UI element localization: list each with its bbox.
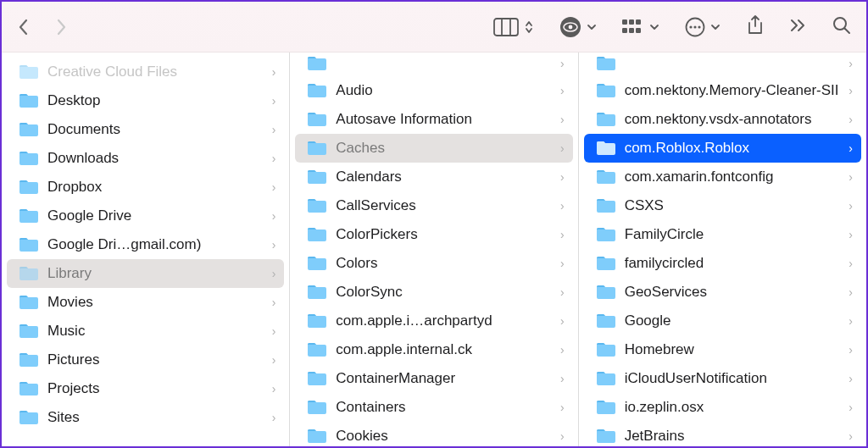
group-by-button[interactable] <box>622 18 659 36</box>
folder-row[interactable]: Google Drive› <box>7 202 284 230</box>
folder-label: CSXS <box>625 197 841 214</box>
folder-row[interactable]: Desktop› <box>7 86 284 115</box>
folder-row[interactable]: Calendars› <box>295 163 572 191</box>
folder-row[interactable]: Dropbox› <box>7 173 284 202</box>
chevron-right-icon: › <box>560 257 565 270</box>
folder-label: com.xamarin.fontconfig <box>625 169 841 185</box>
chevron-right-icon: › <box>560 372 565 385</box>
folder-row[interactable]: ColorSync› <box>295 278 572 307</box>
folder-label: Desktop <box>47 92 264 109</box>
folder-row[interactable]: Autosave Information› <box>295 105 572 134</box>
folder-row[interactable]: JetBrains› <box>584 422 861 446</box>
column-2[interactable]: › com.nektony.Memory-Cleaner-SII› com.ne… <box>579 53 866 446</box>
folder-icon <box>307 197 327 214</box>
folder-row[interactable]: com.nektony.Memory-Cleaner-SII› <box>584 76 861 105</box>
folder-row[interactable]: Colors› <box>295 249 572 278</box>
folder-icon <box>596 169 616 185</box>
folder-row[interactable]: CSXS› <box>584 191 861 220</box>
share-button[interactable] <box>746 14 765 40</box>
chevron-right-icon: › <box>849 257 853 270</box>
more-button[interactable] <box>685 17 721 37</box>
forward-button[interactable] <box>54 17 68 37</box>
folder-row[interactable]: familycircled› <box>584 249 861 278</box>
folder-row[interactable]: Google Dri…gmail.com)› <box>7 230 284 259</box>
folder-row[interactable]: › <box>295 53 572 76</box>
folder-label: ColorSync <box>336 284 552 301</box>
svg-point-15 <box>698 25 700 28</box>
chevron-right-icon: › <box>272 353 276 367</box>
svg-point-13 <box>689 25 692 28</box>
folder-icon <box>19 351 39 368</box>
svg-point-5 <box>569 25 573 29</box>
folder-icon <box>307 284 327 301</box>
folder-label: Downloads <box>47 150 264 167</box>
folder-row[interactable]: Cookies› <box>295 422 572 446</box>
svg-point-14 <box>693 25 696 28</box>
folder-row[interactable]: Documents› <box>7 115 284 144</box>
folder-label: JetBrains <box>625 428 841 445</box>
folder-row[interactable]: iCloudUserNotification› <box>584 364 861 393</box>
folder-icon <box>596 140 616 157</box>
folder-row[interactable]: Caches› <box>295 134 572 163</box>
folder-row[interactable]: FamilyCircle› <box>584 220 861 249</box>
folder-row[interactable]: Google› <box>584 307 861 335</box>
folder-icon <box>307 341 327 358</box>
folder-row[interactable]: ContainerManager› <box>295 364 572 393</box>
search-button[interactable] <box>832 16 851 38</box>
folder-label: Dropbox <box>47 179 264 196</box>
folder-row[interactable]: Library› <box>7 259 284 288</box>
folder-label: Caches <box>336 140 552 157</box>
folder-icon <box>596 55 616 72</box>
folder-row[interactable]: Movies› <box>7 288 284 317</box>
folder-icon <box>19 409 39 426</box>
folder-icon <box>19 92 39 109</box>
folder-row[interactable]: Sites› <box>7 403 284 432</box>
folder-label: Documents <box>47 121 264 138</box>
chevron-right-icon: › <box>560 285 565 299</box>
folder-row[interactable]: Music› <box>7 317 284 346</box>
overflow-button[interactable] <box>790 19 807 36</box>
folder-row[interactable]: com.apple.i…archpartyd› <box>295 307 572 335</box>
folder-row[interactable]: Pictures› <box>7 346 284 374</box>
chevron-right-icon: › <box>849 429 853 443</box>
svg-rect-10 <box>629 28 634 33</box>
folder-row[interactable]: com.Roblox.Roblox› <box>584 134 861 163</box>
folder-row[interactable]: io.zeplin.osx› <box>584 393 861 422</box>
back-button[interactable] <box>17 17 31 37</box>
folder-row[interactable]: com.apple.internal.ck› <box>295 335 572 364</box>
folder-label: iCloudUserNotification <box>625 370 841 387</box>
folder-label: com.apple.internal.ck <box>336 341 552 358</box>
folder-row[interactable]: GeoServices› <box>584 278 861 307</box>
folder-row[interactable]: › <box>584 53 861 76</box>
folder-row[interactable]: Containers› <box>295 393 572 422</box>
chevron-right-icon: › <box>560 141 565 155</box>
folder-row[interactable]: CallServices› <box>295 191 572 220</box>
folder-row[interactable]: ColorPickers› <box>295 220 572 249</box>
folder-row[interactable]: Homebrew› <box>584 335 861 364</box>
folder-icon <box>596 341 616 358</box>
view-mode-button[interactable] <box>493 18 534 36</box>
chevron-right-icon: › <box>849 314 853 328</box>
svg-rect-7 <box>629 19 634 25</box>
folder-label: familycircled <box>625 255 841 272</box>
folder-row[interactable]: com.nektony.vsdx-annotators› <box>584 105 861 134</box>
column-1[interactable]: › Audio› Autosave Information› Caches› C… <box>290 53 578 446</box>
folder-row[interactable]: Audio› <box>295 76 572 105</box>
folder-icon <box>596 111 616 128</box>
folder-icon <box>307 226 327 243</box>
folder-label: Cookies <box>336 428 552 445</box>
folder-row[interactable]: Projects› <box>7 374 284 403</box>
folder-icon <box>19 179 39 196</box>
folder-row[interactable]: Downloads› <box>7 144 284 173</box>
svg-rect-11 <box>636 28 641 33</box>
column-0[interactable]: Creative Cloud Files› Desktop› Documents… <box>2 53 290 446</box>
chevron-right-icon: › <box>560 84 565 97</box>
preview-button[interactable] <box>559 16 597 38</box>
folder-icon <box>19 380 39 397</box>
folder-icon <box>19 207 39 224</box>
folder-row[interactable]: com.xamarin.fontconfig› <box>584 163 861 191</box>
folder-row[interactable]: Creative Cloud Files› <box>7 58 284 86</box>
chevron-right-icon: › <box>272 296 276 309</box>
chevron-right-icon: › <box>560 228 565 241</box>
chevron-right-icon: › <box>272 65 276 79</box>
